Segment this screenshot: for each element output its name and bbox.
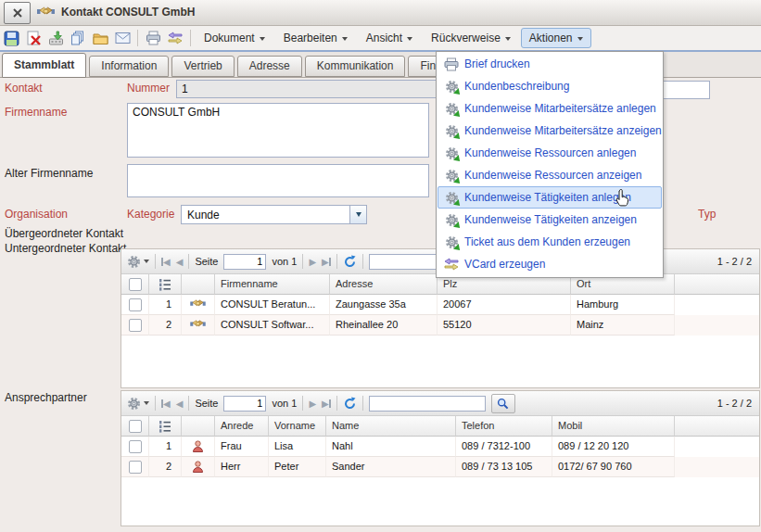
grid-search-button[interactable] bbox=[491, 394, 515, 413]
delete-button[interactable] bbox=[22, 29, 44, 47]
row-number-cell: 2 bbox=[149, 315, 182, 336]
secondary-field[interactable] bbox=[663, 81, 710, 99]
cell-filler bbox=[675, 315, 759, 336]
table-row[interactable]: 1 CONSULT Beratun... Zaungasse 35a 20067… bbox=[121, 295, 759, 315]
checkbox[interactable] bbox=[129, 461, 142, 474]
select-all-header[interactable] bbox=[121, 416, 149, 437]
menu-item-mitarbeitersaetze-anlegen[interactable]: Kundenweise Mitarbeitersätze anlegen bbox=[438, 97, 662, 120]
page-input[interactable] bbox=[223, 396, 266, 412]
next-page-button[interactable]: ▶ bbox=[309, 257, 316, 267]
save-button[interactable] bbox=[0, 29, 22, 47]
vcard-swap-button[interactable] bbox=[164, 29, 186, 47]
firmenname-field[interactable]: CONSULT GmbH bbox=[127, 103, 429, 158]
gear-icon bbox=[127, 397, 141, 411]
page-input[interactable] bbox=[223, 254, 266, 270]
menu-ansicht[interactable]: Ansicht bbox=[358, 28, 421, 48]
prev-page-button[interactable]: ◀ bbox=[176, 257, 184, 267]
header-telefon[interactable]: Telefon bbox=[456, 416, 552, 437]
tab-kommunikation[interactable]: Kommunikation bbox=[305, 56, 406, 77]
checkbox[interactable] bbox=[129, 420, 142, 433]
menu-item-mitarbeitersaetze-anzeigen[interactable]: Kundenweise Mitarbeitersätze anzeigen bbox=[438, 120, 662, 142]
checkbox[interactable] bbox=[129, 278, 142, 291]
select-all-header[interactable] bbox=[121, 274, 149, 295]
last-page-button[interactable]: ▶ bbox=[322, 257, 331, 267]
row-select-cell[interactable] bbox=[121, 315, 149, 336]
person-icon bbox=[192, 461, 204, 473]
close-button[interactable] bbox=[4, 2, 31, 24]
print-button[interactable] bbox=[142, 29, 164, 47]
menu-item-label: Kundenweise Tätigkeiten anlegen bbox=[464, 191, 631, 204]
row-select-cell[interactable] bbox=[121, 437, 149, 457]
header-firmenname[interactable]: Firmenname bbox=[215, 274, 330, 295]
menu-bearbeiten[interactable]: Bearbeiten bbox=[275, 28, 356, 48]
folder-button[interactable] bbox=[89, 29, 111, 47]
mail-button[interactable] bbox=[111, 29, 133, 47]
grid-search-input[interactable] bbox=[369, 396, 486, 412]
folder-icon bbox=[93, 31, 108, 46]
menu-item-label: Kundenweise Ressourcen anlegen bbox=[464, 146, 636, 159]
tab-stammblatt[interactable]: Stammblatt bbox=[2, 53, 86, 78]
header-filler bbox=[675, 416, 759, 437]
menu-aktionen-label: Aktionen bbox=[529, 32, 573, 44]
tab-adresse[interactable]: Adresse bbox=[237, 56, 302, 77]
cell-vorname: Lisa bbox=[269, 437, 326, 457]
icon-column-header[interactable] bbox=[182, 416, 215, 437]
tab-information[interactable]: Information bbox=[89, 56, 169, 77]
refresh-button[interactable] bbox=[343, 397, 357, 411]
copy-button[interactable] bbox=[67, 29, 89, 47]
menu-aktionen[interactable]: Aktionen bbox=[521, 28, 591, 48]
table-row[interactable]: 2 Herr Peter Sander 089 / 73 13 105 0172… bbox=[121, 457, 759, 477]
header-mobil[interactable]: Mobil bbox=[552, 416, 675, 437]
mail-icon bbox=[115, 32, 131, 44]
save-icon bbox=[4, 31, 19, 46]
header-anrede[interactable]: Anrede bbox=[215, 416, 269, 437]
menu-item-brief-drucken[interactable]: Brief drucken bbox=[438, 53, 662, 75]
menu-dokument[interactable]: Dokument bbox=[196, 28, 273, 48]
rownumber-header[interactable] bbox=[149, 416, 182, 437]
last-page-button[interactable]: ▶ bbox=[322, 399, 331, 409]
checkbox[interactable] bbox=[129, 440, 142, 453]
menu-item-ticket-erzeugen[interactable]: Ticket aus dem Kunden erzeugen bbox=[438, 231, 662, 253]
header-name[interactable]: Name bbox=[326, 416, 456, 437]
next-page-button[interactable]: ▶ bbox=[309, 399, 316, 409]
kategorie-trigger[interactable] bbox=[349, 206, 366, 223]
first-page-button[interactable]: ◀ bbox=[161, 399, 171, 409]
organisation-label: Organisation bbox=[5, 208, 68, 221]
import-button[interactable] bbox=[44, 29, 67, 47]
grid-settings-button[interactable] bbox=[127, 397, 149, 411]
icon-column-header[interactable] bbox=[182, 274, 215, 295]
row-select-cell[interactable] bbox=[121, 295, 149, 315]
chevron-down-icon bbox=[356, 212, 361, 217]
grid-settings-button[interactable] bbox=[127, 255, 149, 269]
refresh-icon bbox=[343, 397, 357, 411]
gear-run-icon bbox=[438, 80, 464, 94]
alter-firmenname-field[interactable] bbox=[127, 164, 429, 197]
checkbox[interactable] bbox=[129, 319, 142, 332]
handshake-icon bbox=[190, 298, 206, 310]
row-select-cell[interactable] bbox=[121, 457, 149, 477]
table-row[interactable]: 2 CONSULT Softwar... Rheinallee 20 55120… bbox=[121, 315, 759, 336]
row-icon-cell bbox=[182, 437, 215, 457]
menu-item-kundenbeschreibung[interactable]: Kundenbeschreibung bbox=[438, 75, 662, 97]
chevron-down-icon bbox=[577, 37, 583, 41]
header-vorname[interactable]: Vorname bbox=[269, 416, 326, 437]
menu-rueckverweise[interactable]: Rückverweise bbox=[423, 28, 519, 48]
refresh-button[interactable] bbox=[343, 255, 357, 269]
menu-item-vcard-erzeugen[interactable]: VCard erzeugen bbox=[438, 253, 662, 275]
header-adresse[interactable]: Adresse bbox=[330, 274, 438, 295]
menu-item-ressourcen-anlegen[interactable]: Kundenweise Ressourcen anlegen bbox=[438, 142, 662, 164]
first-page-button[interactable]: ◀ bbox=[161, 257, 171, 267]
rownumber-header[interactable] bbox=[149, 274, 182, 295]
kategorie-select[interactable]: Kunde bbox=[181, 205, 367, 224]
menu-item-label: Kundenweise Mitarbeitersätze anzeigen bbox=[464, 124, 662, 137]
cell-filler bbox=[675, 457, 759, 477]
checkbox[interactable] bbox=[129, 298, 142, 311]
menu-item-ressourcen-anzeigen[interactable]: Kundenweise Ressourcen anzeigen bbox=[438, 164, 662, 186]
ansprechpartner-grid-panel: ◀ ◀ Seite von 1 ▶ ▶ 1 - 2 / 2 Anrede Vor… bbox=[120, 390, 760, 526]
tab-vertrieb[interactable]: Vertrieb bbox=[171, 56, 234, 77]
table-row[interactable]: 1 Frau Lisa Nahl 089 / 7312-100 089 / 12… bbox=[121, 437, 759, 457]
prev-page-button[interactable]: ◀ bbox=[176, 399, 184, 409]
row-icon-cell bbox=[182, 295, 215, 315]
firmenname-label: Firmenname bbox=[5, 106, 67, 119]
menu-item-label: Kundenbeschreibung bbox=[464, 80, 569, 93]
